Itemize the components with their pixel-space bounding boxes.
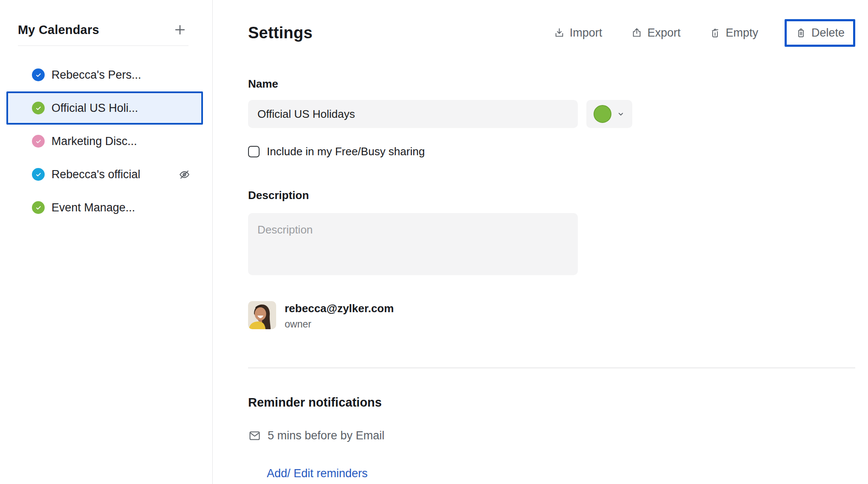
sidebar-divider [18, 46, 188, 46]
owner-email: rebecca@zylker.com [285, 302, 394, 315]
calendar-name: Rebecca's official [51, 168, 140, 181]
add-edit-reminders-link[interactable]: Add/ Edit reminders [267, 467, 368, 480]
empty-trash-icon [709, 27, 721, 39]
import-icon [554, 27, 565, 39]
name-label: Name [248, 77, 855, 91]
calendar-check-icon[interactable] [32, 201, 45, 214]
delete-label: Delete [811, 26, 845, 40]
delete-button[interactable]: Delete [785, 19, 855, 47]
calendar-check-icon[interactable] [32, 168, 45, 181]
export-label: Export [647, 26, 680, 40]
export-button[interactable]: Export [628, 21, 683, 45]
chevron-down-icon [617, 110, 625, 118]
calendar-name: Official US Holi... [51, 102, 138, 115]
owner-role: owner [285, 319, 394, 330]
reminder-notifications-title: Reminder notifications [248, 396, 855, 410]
settings-header: Settings Import Export [248, 19, 855, 47]
empty-label: Empty [725, 26, 758, 40]
calendar-check-icon[interactable] [32, 102, 45, 114]
calendar-name: Event Manage... [51, 201, 135, 214]
section-divider [248, 367, 855, 368]
sidebar-header: My Calendars [18, 21, 188, 38]
calendar-name: Marketing Disc... [51, 135, 137, 148]
calendar-color-dropdown[interactable] [586, 100, 632, 128]
reminder-text: 5 mins before by Email [268, 429, 385, 442]
sidebar-item-official-us-holidays[interactable]: Official US Holi... [6, 91, 203, 125]
calendar-list: Rebecca's Pers... Official US Holi... Ma… [0, 58, 212, 224]
calendar-settings-app: My Calendars Rebecca's Pers... Official … [0, 0, 868, 484]
import-button[interactable]: Import [551, 21, 605, 45]
sidebar-item-marketing-discussion[interactable]: Marketing Disc... [6, 125, 203, 158]
toolbar: Import Export Empty [551, 19, 855, 47]
import-label: Import [570, 26, 602, 40]
sidebar-item-rebeccas-official[interactable]: Rebecca's official [6, 158, 203, 191]
calendar-check-icon[interactable] [32, 135, 45, 148]
empty-button[interactable]: Empty [707, 21, 761, 45]
owner-avatar [248, 301, 276, 329]
sidebar: My Calendars Rebecca's Pers... Official … [0, 0, 213, 484]
reminder-item: 5 mins before by Email [248, 429, 855, 442]
eye-slash-icon[interactable] [178, 168, 191, 181]
sidebar-title: My Calendars [18, 23, 99, 37]
delete-trash-icon [795, 27, 807, 39]
description-textarea[interactable] [248, 213, 578, 275]
calendar-settings-form: Name Include in my Free/Busy sharing Des… [248, 77, 855, 480]
calendar-check-icon[interactable] [32, 68, 45, 81]
calendar-name: Rebecca's Pers... [51, 68, 141, 82]
freebusy-label: Include in my Free/Busy sharing [267, 145, 425, 158]
calendar-color-swatch [594, 105, 611, 123]
freebusy-checkbox[interactable] [248, 146, 260, 157]
page-title: Settings [248, 24, 313, 42]
description-label: Description [248, 189, 855, 202]
freebusy-row: Include in my Free/Busy sharing [248, 145, 855, 158]
mail-icon [248, 429, 261, 442]
sidebar-item-event-management[interactable]: Event Manage... [6, 191, 203, 224]
add-calendar-button[interactable] [171, 21, 188, 38]
owner-row: rebecca@zylker.com owner [248, 301, 855, 330]
sidebar-item-rebeccas-personal[interactable]: Rebecca's Pers... [6, 58, 203, 91]
name-row [248, 100, 855, 128]
owner-meta: rebecca@zylker.com owner [285, 301, 394, 330]
export-icon [631, 27, 642, 39]
settings-panel: Settings Import Export [213, 0, 868, 484]
calendar-name-input[interactable] [248, 100, 578, 128]
plus-icon [173, 23, 187, 37]
